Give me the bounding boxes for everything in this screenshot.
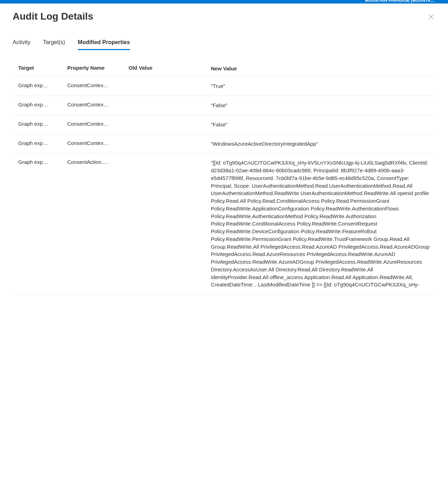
cell-new-value: "WindowsAzureActiveDirectoryIntegratedAp… <box>211 140 430 148</box>
modified-properties-table: Target Property Name Old Value New Value… <box>13 61 435 295</box>
tenant-name: MOUNTAIN PARADISE (MOUNTA... <box>365 0 434 3</box>
cell-target: Graph exp… <box>18 102 67 108</box>
tab-modified-properties[interactable]: Modified Properties <box>78 36 130 50</box>
table-header-row: Target Property Name Old Value New Value <box>13 61 435 77</box>
close-button[interactable] <box>427 13 435 22</box>
table-row[interactable]: Graph exp… ConsentContex… "False" <box>13 96 435 115</box>
cell-new-value: "False" <box>211 121 430 129</box>
cell-target: Graph exp… <box>18 121 67 127</box>
table-row[interactable]: Graph exp… ConsentContex… "WindowsAzureA… <box>13 134 435 154</box>
cell-property-name: ConsentContex… <box>67 121 129 127</box>
cell-new-value: "[[Id: oTg90q4CnUCITGCwPK3JiXq_sHy-kV5Ln… <box>211 159 430 289</box>
cell-target: Graph exp… <box>18 159 67 165</box>
table-row[interactable]: Graph exp… ConsentContex… "True" <box>13 77 435 96</box>
header-old-value: Old Value <box>129 65 211 72</box>
cell-property-name: ConsentContex… <box>67 102 129 108</box>
cell-target: Graph exp… <box>18 82 67 88</box>
cell-target: Graph exp… <box>18 140 67 146</box>
cell-property-name: ConsentContex… <box>67 140 129 146</box>
tabs: Activity Target(s) Modified Properties <box>13 36 435 50</box>
close-icon <box>428 14 434 21</box>
tab-targets[interactable]: Target(s) <box>43 36 65 50</box>
header-property-name: Property Name <box>67 65 129 72</box>
tab-activity[interactable]: Activity <box>13 36 30 50</box>
audit-log-panel: Audit Log Details Activity Target(s) Mod… <box>0 4 448 309</box>
cell-new-value: "False" <box>211 102 430 109</box>
header-new-value: New Value <box>211 65 430 72</box>
top-bar: MOUNTAIN PARADISE (MOUNTA... <box>0 0 448 4</box>
header-target: Target <box>18 65 67 72</box>
cell-new-value: "True" <box>211 82 430 90</box>
cell-property-name: ConsentAction.… <box>67 159 129 165</box>
table-row[interactable]: Graph exp… ConsentAction.… "[[Id: oTg90q… <box>13 153 435 294</box>
panel-header: Audit Log Details <box>13 11 435 22</box>
page-title: Audit Log Details <box>13 11 93 22</box>
cell-property-name: ConsentContex… <box>67 82 129 88</box>
table-row[interactable]: Graph exp… ConsentContex… "False" <box>13 115 435 134</box>
